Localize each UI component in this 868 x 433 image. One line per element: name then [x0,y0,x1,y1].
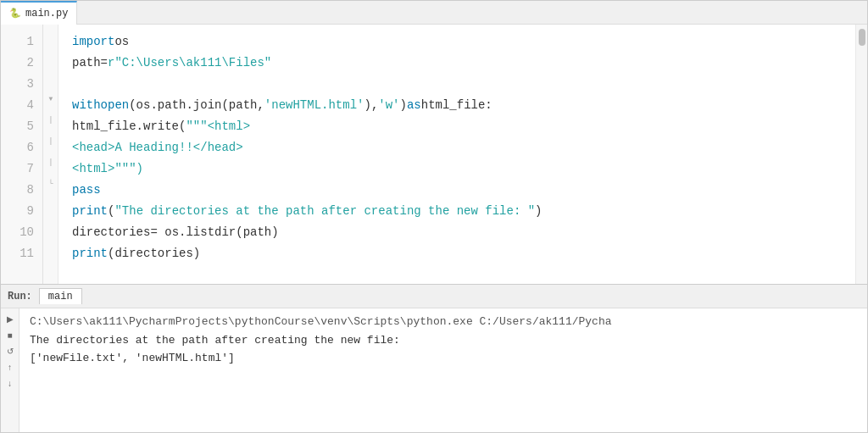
run-tab-bar: Run: main [1,285,867,308]
token: as [407,95,421,116]
run-stop-button[interactable]: ■ [3,328,17,341]
token: 'newHTML.html' [264,95,364,116]
run-output-line-0: C:\Users\ak111\PycharmProjects\pythonCou… [30,314,857,330]
run-panel: Run: main ▶ ■ ↺ ↑ ↓ C:\Users\ak111\Pycha… [1,284,867,432]
code-line-1: import os [72,31,855,53]
tab-filename: main.py [25,8,68,19]
fold-marker-4: ▼ [43,88,58,109]
token: pass [72,180,101,201]
code-line-5: html_file.write("""<html> [72,116,855,137]
fold-marker-11 [43,236,58,258]
fold-marker-6: | [43,130,58,152]
fold-marker-8: └ [43,173,58,194]
line-num-5: 5 [1,116,42,137]
run-controls: ▶ ■ ↺ ↑ ↓ [1,308,19,432]
vertical-scrollbar[interactable] [855,25,867,284]
code-line-4: with open(os.path.join(path, 'newHTML.ht… [72,95,855,116]
code-line-3 [72,74,855,95]
token: <html>""") [72,158,143,180]
token: open [101,95,130,116]
fold-marker-2 [43,46,58,67]
line-num-2: 2 [1,53,42,74]
line-num-9: 9 [1,201,42,222]
run-play-button[interactable]: ▶ [3,312,17,325]
ide-window: 🐍 main.py 1234567891011 ▼|||└ import osp… [0,0,868,433]
line-numbers: 1234567891011 [1,25,43,284]
run-rerun-button[interactable]: ↺ [3,344,17,358]
token: """<html> [186,116,250,137]
line-num-10: 10 [1,222,42,243]
token: html_file.write( [72,116,186,137]
line-num-7: 7 [1,158,42,180]
file-tab[interactable]: 🐍 main.py [1,1,77,25]
run-main-tab[interactable]: main [39,288,82,304]
token: r"C:\Users\ak111\Files" [108,53,271,74]
run-label: Run: [8,291,32,303]
scrollbar-thumb[interactable] [859,29,865,46]
token: os [114,31,129,53]
run-output: C:\Users\ak111\PycharmProjects\pythonCou… [19,308,867,432]
token: directories [72,222,150,243]
python-file-icon: 🐍 [9,8,21,19]
token: path [72,53,101,74]
token: = os.listdir(path) [150,222,278,243]
token: print [72,243,108,264]
code-line-2: path = r"C:\Users\ak111\Files" [72,53,855,74]
fold-marker-7: | [43,152,58,173]
token: ), [364,95,378,116]
token: ) [400,95,407,116]
token: 'w' [378,95,399,116]
token: import [72,31,114,53]
token: html_file: [421,95,492,116]
run-scroll-down-button[interactable]: ↓ [3,376,17,390]
line-num-3: 3 [1,74,42,95]
line-num-11: 11 [1,243,42,264]
line-num-1: 1 [1,31,42,53]
code-editor[interactable]: import ospath = r"C:\Users\ak111\Files"w… [58,25,855,284]
token: = [101,53,108,74]
code-line-8: pass [72,180,855,201]
line-num-6: 6 [1,137,42,158]
fold-marker-3 [43,67,58,88]
run-scroll-up-button[interactable]: ↑ [3,360,17,374]
line-num-8: 8 [1,180,42,201]
run-output-line-1: The directories at the path after creati… [30,332,857,349]
fold-marker-1 [43,25,58,46]
token: with [72,95,101,116]
token: ) [535,201,542,222]
run-output-line-2: ['newFile.txt', 'newHTML.html'] [30,350,857,367]
token: (directories) [108,243,200,264]
code-line-6: <head>A Heading!!</head> [72,137,855,158]
token: <head>A Heading!!</head> [72,137,243,158]
code-line-9: print("The directories at the path after… [72,201,855,222]
run-body: ▶ ■ ↺ ↑ ↓ C:\Users\ak111\PycharmProjects… [1,308,867,432]
fold-marker-10 [43,215,58,236]
tab-bar: 🐍 main.py [1,1,867,25]
editor-area: 1234567891011 ▼|||└ import ospath = r"C:… [1,25,867,284]
line-num-4: 4 [1,95,42,116]
code-line-7: <html>""") [72,158,855,180]
code-line-10: directories = os.listdir(path) [72,222,855,243]
token: "The directories at the path after creat… [114,201,535,222]
token: ( [108,201,114,222]
token: print [72,201,108,222]
fold-marker-5: | [43,109,58,130]
fold-marker-9 [43,194,58,215]
token: (os.path.join(path, [129,95,264,116]
code-line-11: print(directories) [72,243,855,264]
fold-area: ▼|||└ [43,25,58,284]
